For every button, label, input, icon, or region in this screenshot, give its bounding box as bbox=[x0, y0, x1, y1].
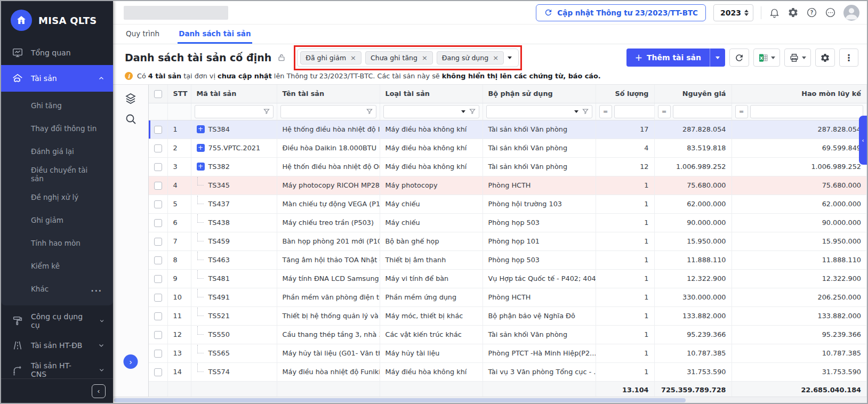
refresh-button[interactable] bbox=[729, 49, 749, 67]
table-row[interactable]: 8TS463Tăng âm hội thảo TOA Nhật - Đ...Th… bbox=[149, 251, 867, 269]
submenu-item[interactable]: Điều chuyển tài sản bbox=[1, 163, 113, 185]
submenu-item[interactable]: Tính hao mòn bbox=[1, 231, 113, 254]
filter-chip[interactable]: Đã ghi giảm× bbox=[300, 51, 361, 64]
year-selector[interactable]: 2023 bbox=[713, 4, 753, 21]
submenu-item[interactable]: Đề nghị xử lý bbox=[1, 185, 113, 208]
sidebar-item-tong-quan[interactable]: Tổng quan bbox=[1, 41, 113, 65]
table-row[interactable]: 13TS565Máy hủy tài liệu (G01- Văn thư)Má… bbox=[149, 344, 867, 362]
row-checkbox[interactable] bbox=[154, 275, 162, 283]
col-ten-tai-san[interactable]: Tên tài sản bbox=[277, 85, 380, 103]
sidebar-item-tai-san-ht-cns[interactable]: Tài sản HT-CNS bbox=[1, 358, 113, 378]
avatar[interactable] bbox=[843, 5, 859, 21]
lock-icon[interactable] bbox=[277, 53, 286, 62]
filter-chip[interactable]: Chưa ghi tăng× bbox=[365, 51, 433, 64]
expand-panel-button[interactable]: › bbox=[124, 354, 138, 369]
row-checkbox[interactable] bbox=[154, 126, 162, 134]
row-checkbox[interactable] bbox=[154, 144, 162, 152]
col-bo-phan-su-dung[interactable]: Bộ phận sử dụng bbox=[483, 85, 596, 103]
funnel-icon[interactable] bbox=[469, 108, 476, 115]
table-row[interactable]: 9TS481Máy tính ĐNA LCD Samsung 1...Máy v… bbox=[149, 269, 867, 288]
more-dots-icon[interactable]: ... bbox=[91, 285, 102, 293]
dropdown-caret-icon[interactable] bbox=[461, 110, 465, 113]
col-ma-tai-san[interactable]: Mã tài sản bbox=[191, 85, 277, 103]
sidebar-collapse-button[interactable]: ‹ bbox=[92, 384, 106, 398]
submenu-item[interactable]: Khác... bbox=[1, 277, 113, 300]
right-panel-toggle[interactable]: ‹ bbox=[859, 116, 867, 165]
table-row[interactable]: 12TS550Cầu thang thép tầng 3, nhà 3 tầ..… bbox=[149, 325, 867, 344]
row-checkbox[interactable] bbox=[154, 200, 162, 208]
row-checkbox[interactable] bbox=[154, 350, 162, 358]
table-row[interactable]: 1+TS384Hệ thống điều hòa nhiệt độ Ind...… bbox=[149, 120, 867, 139]
filter-so-luong-input[interactable] bbox=[617, 108, 655, 115]
tab-danh-sach-tai-san[interactable]: Danh sách tài sản bbox=[178, 25, 252, 44]
dropdown-caret-icon[interactable] bbox=[508, 56, 512, 59]
chip-close-icon[interactable]: × bbox=[350, 54, 356, 61]
row-checkbox[interactable] bbox=[154, 238, 162, 246]
col-nguyen-gia[interactable]: Nguyên giá bbox=[654, 85, 732, 103]
submenu-item[interactable]: Thay đổi thông tin bbox=[1, 117, 113, 140]
table-row[interactable]: 5TS437Màn chiếu tự động VEGA (P10...Máy … bbox=[149, 195, 867, 213]
sidebar-item-cong-cu-dung-cu[interactable]: Công cụ dụng cụ bbox=[1, 309, 113, 333]
year-spinner-icon[interactable] bbox=[744, 10, 749, 16]
layers-icon[interactable] bbox=[124, 92, 137, 105]
sidebar-item-tai-san-ht-db[interactable]: Tài sản HT-ĐB bbox=[1, 333, 113, 358]
expand-plus-icon[interactable]: + bbox=[197, 144, 205, 152]
row-checkbox[interactable] bbox=[154, 294, 162, 302]
table-row[interactable]: 3+TS382Hệ thốn điều hòa nhiệt độ Outd...… bbox=[149, 157, 867, 176]
dropdown-caret-icon[interactable] bbox=[574, 110, 578, 113]
filter-loai-tai-san-input[interactable] bbox=[387, 108, 459, 115]
table-row[interactable]: 2+755.VPTC.2021Điều hòa Daikin 18.000BTU… bbox=[149, 139, 867, 157]
col-loai-tai-san[interactable]: Loại tài sản bbox=[380, 85, 483, 103]
export-excel-button[interactable]: X bbox=[753, 49, 780, 67]
row-checkbox[interactable] bbox=[154, 312, 162, 320]
funnel-icon[interactable] bbox=[366, 108, 373, 115]
dropdown-caret-icon[interactable] bbox=[802, 56, 806, 59]
status-filter-combobox[interactable]: Đã ghi giảm×Chưa ghi tăng×Đang sử dụng× bbox=[297, 49, 519, 67]
row-checkbox[interactable] bbox=[154, 331, 162, 339]
equals-operator-button[interactable]: = bbox=[658, 105, 671, 118]
row-checkbox[interactable] bbox=[154, 256, 162, 264]
horizontal-scrollbar[interactable] bbox=[113, 397, 867, 403]
table-row[interactable]: 4TS345Máy photocopy RICOH MP285...Máy ph… bbox=[149, 176, 867, 195]
funnel-icon[interactable] bbox=[582, 108, 589, 115]
submenu-item[interactable]: Ghi giảm bbox=[1, 208, 113, 231]
col-hao-mon[interactable]: Hao mòn lũy kế bbox=[732, 85, 867, 103]
tab-quy-trinh[interactable]: Quy trình bbox=[125, 25, 160, 44]
search-icon[interactable] bbox=[124, 112, 137, 125]
filter-hao-mon-input[interactable] bbox=[753, 108, 861, 115]
submenu-item[interactable]: Ghi tăng bbox=[1, 94, 113, 117]
print-button[interactable] bbox=[784, 49, 811, 67]
dropdown-caret-icon[interactable] bbox=[771, 56, 775, 59]
funnel-icon[interactable] bbox=[263, 108, 270, 115]
table-row[interactable]: 10TS491Phần mềm văn phòng điện tử ...Phầ… bbox=[149, 288, 867, 306]
help-icon[interactable]: ? bbox=[806, 7, 817, 18]
more-actions-button[interactable]: ⋮ bbox=[839, 49, 858, 67]
filter-bo-phan-input[interactable] bbox=[489, 108, 572, 115]
more-icon[interactable] bbox=[825, 7, 836, 18]
table-row[interactable]: 11TS521Thiết bị hệ thống quản lý và giá.… bbox=[149, 306, 867, 325]
equals-operator-button[interactable]: = bbox=[599, 105, 612, 118]
chip-close-icon[interactable]: × bbox=[422, 54, 428, 61]
expand-plus-icon[interactable]: + bbox=[197, 125, 205, 133]
filter-ma-tai-san-input[interactable] bbox=[198, 108, 261, 115]
gear-icon[interactable] bbox=[787, 7, 799, 18]
bell-icon[interactable] bbox=[769, 7, 780, 18]
table-settings-button[interactable] bbox=[815, 49, 835, 67]
select-all-checkbox[interactable] bbox=[154, 90, 162, 98]
row-checkbox[interactable] bbox=[154, 182, 162, 190]
filter-nguyen-gia-input[interactable] bbox=[676, 108, 732, 115]
table-row[interactable]: 6TS438Máy chiếu treo trần (P503)Máy chiế… bbox=[149, 213, 867, 232]
col-stt[interactable]: STT bbox=[167, 85, 191, 103]
chip-close-icon[interactable]: × bbox=[493, 54, 499, 61]
sidebar-item-tai-san[interactable]: Tài sản bbox=[1, 65, 113, 92]
equals-operator-button[interactable]: = bbox=[735, 105, 748, 118]
row-checkbox[interactable] bbox=[154, 163, 162, 171]
filter-ten-tai-san-input[interactable] bbox=[284, 108, 364, 115]
add-asset-button[interactable]: +Thêm tài sản bbox=[626, 49, 725, 67]
filter-chip[interactable]: Đang sử dụng× bbox=[437, 51, 504, 64]
scrollbar-thumb[interactable] bbox=[114, 398, 686, 402]
submenu-item[interactable]: Kiểm kê bbox=[1, 254, 113, 277]
submenu-item[interactable]: Đánh giá lại bbox=[1, 140, 113, 163]
row-checkbox[interactable] bbox=[154, 219, 162, 227]
update-circular-button[interactable]: Cập nhật Thông tư 23/2023/TT-BTC bbox=[536, 4, 706, 21]
